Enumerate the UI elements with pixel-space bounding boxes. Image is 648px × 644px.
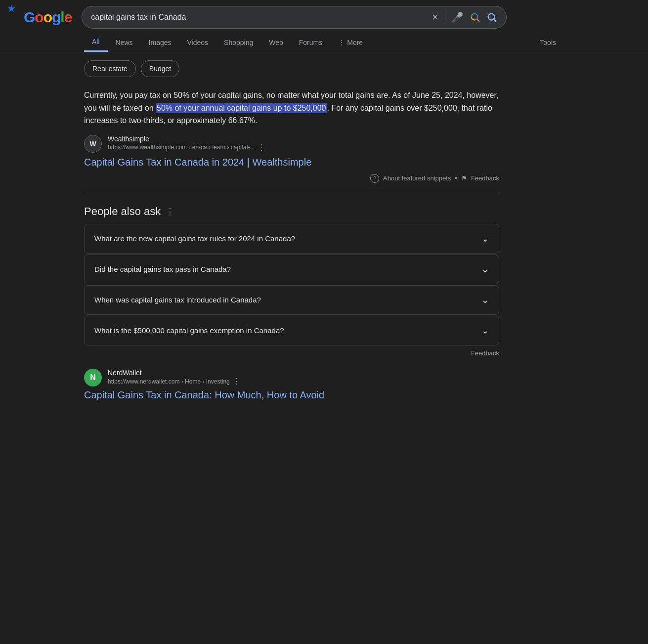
logo-g2: g	[52, 9, 60, 26]
nav-more[interactable]: ⋮ More	[330, 34, 371, 51]
logo-e: e	[64, 9, 72, 26]
snippet-text: Currently, you pay tax on 50% of your ca…	[84, 89, 499, 127]
nav-all[interactable]: All	[84, 33, 108, 52]
logo-o2: o	[43, 9, 52, 26]
nav-bar: All News Images Videos Shopping Web Foru…	[0, 29, 648, 52]
paa-chevron-0: ⌄	[481, 233, 489, 244]
paa-menu-icon[interactable]: ⋮	[166, 206, 174, 217]
snippet-footer: ? About featured snippets • ⚑ Feedback	[84, 174, 499, 191]
result-source-info: N NerdWallet https://www.nerdwallet.com …	[84, 369, 499, 386]
logo-g: G	[24, 9, 35, 26]
result-options-icon[interactable]: ⋮	[233, 377, 241, 386]
search-submit-icon[interactable]	[486, 12, 497, 23]
paa-chevron-2: ⌄	[481, 295, 489, 305]
paa-title: People also ask ⋮	[84, 205, 499, 218]
search-divider	[445, 11, 445, 23]
svg-line-6	[494, 19, 496, 21]
paa-item-0[interactable]: What are the new capital gains tax rules…	[84, 224, 499, 254]
nav-more-label: More	[347, 39, 363, 46]
paa-item-1[interactable]: Did the capital gains tax pass in Canada…	[84, 255, 499, 284]
nav-videos[interactable]: Videos	[179, 34, 216, 51]
separator-dot: •	[455, 174, 457, 182]
source-url: https://www.wealthsimple.com › en-ca › l…	[108, 143, 265, 152]
paa-chevron-1: ⌄	[481, 264, 489, 275]
paa-item-2[interactable]: When was capital gains tax introduced in…	[84, 285, 499, 315]
about-snippets-link[interactable]: About featured snippets	[383, 174, 451, 182]
result-source-details: NerdWallet https://www.nerdwallet.com › …	[108, 369, 241, 386]
source-options-icon[interactable]: ⋮	[258, 143, 265, 152]
search-input[interactable]	[91, 13, 426, 22]
search-bar[interactable]: ✕ 🎤	[82, 6, 507, 29]
nerdwallet-favicon: N	[84, 369, 102, 386]
source-name: Wealthsimple	[108, 135, 265, 143]
paa-question-3[interactable]: What is the $500,000 capital gains exemp…	[85, 316, 499, 345]
nerdwallet-result: N NerdWallet https://www.nerdwallet.com …	[84, 369, 499, 401]
google-logo[interactable]: Google	[24, 9, 72, 26]
logo-area: ★ Google	[12, 9, 72, 26]
featured-snippet: Currently, you pay tax on 50% of your ca…	[84, 89, 499, 191]
header: ★ Google ✕ 🎤	[0, 0, 648, 29]
mic-icon[interactable]: 🎤	[451, 11, 464, 23]
people-also-ask: People also ask ⋮ What are the new capit…	[84, 205, 499, 357]
source-info: W Wealthsimple https://www.wealthsimple.…	[84, 135, 499, 153]
paa-feedback[interactable]: Feedback	[84, 349, 499, 357]
nav-tools[interactable]: Tools	[532, 34, 564, 51]
paa-question-0[interactable]: What are the new capital gains tax rules…	[85, 224, 499, 253]
paa-question-1[interactable]: Did the capital gains tax pass in Canada…	[85, 255, 499, 284]
nav-news[interactable]: News	[108, 34, 141, 51]
wealthsimple-favicon: W	[84, 135, 102, 153]
snippet-feedback-link[interactable]: Feedback	[471, 174, 499, 182]
nav-forums[interactable]: Forums	[291, 34, 330, 51]
paa-question-2[interactable]: When was capital gains tax introduced in…	[85, 286, 499, 314]
result-source-name: NerdWallet	[108, 369, 241, 377]
question-icon: ?	[370, 174, 379, 183]
wealthsimple-link[interactable]: Capital Gains Tax in Canada in 2024 | We…	[84, 157, 311, 168]
result-source-url: https://www.nerdwallet.com › Home › Inve…	[108, 377, 241, 386]
paa-chevron-3: ⌄	[481, 325, 489, 336]
three-dots-icon: ⋮	[338, 39, 345, 46]
logo-l: l	[60, 9, 64, 26]
logo-o1: o	[35, 9, 43, 26]
filter-real-estate[interactable]: Real estate	[84, 60, 136, 77]
flag-icon: ⚑	[461, 174, 467, 182]
source-details: Wealthsimple https://www.wealthsimple.co…	[108, 135, 265, 152]
filter-budget[interactable]: Budget	[141, 60, 179, 77]
filter-pills: Real estate Budget	[84, 60, 564, 77]
snippet-highlight: 50% of your annual capital gains up to $…	[156, 103, 327, 113]
nav-images[interactable]: Images	[141, 34, 179, 51]
lens-icon[interactable]	[470, 12, 480, 23]
paa-item-3[interactable]: What is the $500,000 capital gains exemp…	[84, 316, 499, 345]
nav-shopping[interactable]: Shopping	[216, 34, 261, 51]
nav-web[interactable]: Web	[261, 34, 291, 51]
nerdwallet-link[interactable]: Capital Gains Tax in Canada: How Much, H…	[84, 389, 324, 400]
star-icon: ★	[7, 2, 16, 14]
main-content: Real estate Budget Currently, you pay ta…	[0, 52, 648, 409]
clear-icon[interactable]: ✕	[432, 12, 439, 23]
svg-line-4	[477, 19, 479, 21]
